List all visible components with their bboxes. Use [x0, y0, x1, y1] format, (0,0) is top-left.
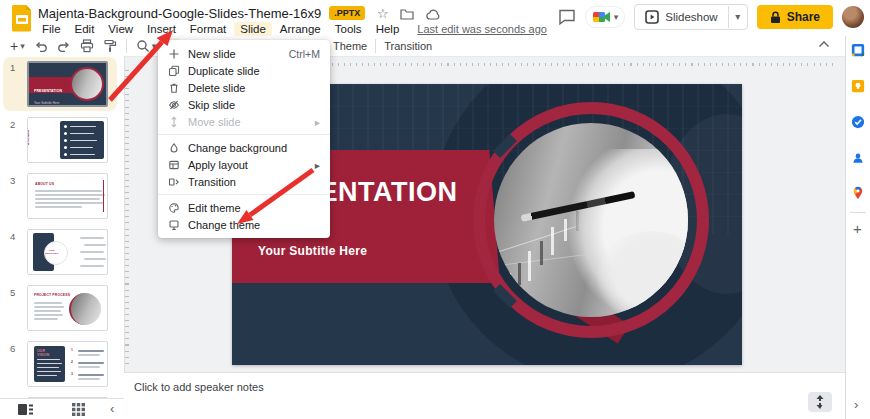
- toolbar-divider: [375, 39, 376, 53]
- menubar-item-slide[interactable]: Slide: [234, 22, 272, 36]
- slide-number: 2: [10, 119, 15, 130]
- edit-theme-icon: [168, 202, 180, 214]
- duplicate-slide-icon: [168, 65, 180, 77]
- thumb3-label: ABOUT US: [35, 182, 54, 186]
- slide-thumbnail-5[interactable]: PROJECT PROCESS: [27, 285, 108, 331]
- slideshow-dropdown-button[interactable]: ▾: [728, 6, 747, 28]
- collapse-filmstrip-icon[interactable]: ‹: [110, 401, 114, 416]
- submenu-arrow-icon: ▸: [315, 116, 320, 128]
- menubar-item-file[interactable]: File: [36, 22, 67, 36]
- menu-item-change-background[interactable]: Change background: [158, 139, 330, 156]
- menubar-item-help[interactable]: Help: [370, 22, 406, 36]
- print-button[interactable]: [80, 39, 94, 53]
- toolbar-divider: [126, 39, 127, 53]
- meet-icon: [592, 10, 611, 24]
- lock-icon: [770, 11, 781, 24]
- menu-item-duplicate-slide[interactable]: Duplicate slide: [158, 62, 330, 79]
- menubar-item-edit[interactable]: Edit: [69, 22, 101, 36]
- side-panel-rail: + ›: [845, 36, 870, 419]
- menu-divider: [158, 134, 330, 135]
- thumb6-label: OUR VISION: [37, 349, 54, 357]
- vertical-ruler: [125, 70, 129, 366]
- magnifier-icon: [136, 39, 150, 53]
- slide-subtitle[interactable]: Your Subtitle Here: [258, 244, 367, 258]
- document-title-text[interactable]: Majenta-Background-Google-Slides-Theme-1…: [38, 6, 321, 21]
- google-calendar-icon[interactable]: [851, 43, 865, 57]
- menubar-item-arrange[interactable]: Arrange: [274, 22, 327, 36]
- header: Majenta-Background-Google-Slides-Theme-1…: [0, 0, 870, 36]
- thumb2-label: AGENDA: [27, 130, 30, 145]
- add-addon-icon[interactable]: +: [853, 220, 862, 237]
- menu-divider: [158, 194, 330, 195]
- transition-button[interactable]: Transition: [384, 40, 432, 52]
- menu-item-apply-layout[interactable]: Apply layout ▸: [158, 156, 330, 173]
- new-slide-button[interactable]: + ▾: [10, 38, 25, 54]
- filmstrip-bottom-bar: ‹: [0, 398, 124, 419]
- cloud-status-icon[interactable]: [426, 9, 441, 20]
- slide-thumbnail-6[interactable]: OUR VISION 1 2 3: [27, 341, 108, 387]
- grid-view-icon[interactable]: [72, 403, 85, 416]
- meet-button[interactable]: ▾: [585, 6, 626, 28]
- slide-thumbnail-1[interactable]: PRESENTATION TITLE Your Subtitle Here: [27, 61, 108, 107]
- menubar-item-tools[interactable]: Tools: [329, 22, 368, 36]
- zoom-button[interactable]: ▾: [136, 39, 157, 53]
- last-edit-link[interactable]: Last edit was seconds ago: [417, 23, 547, 35]
- thumb5-label: PROJECT PROCESS: [34, 293, 70, 297]
- slide-thumbnail-3[interactable]: ABOUT US: [27, 173, 108, 219]
- slide-number: 1: [10, 62, 15, 73]
- slide-thumbnail-2[interactable]: AGENDA: [27, 117, 108, 163]
- menubar: File Edit View Insert Format Slide Arran…: [36, 21, 547, 36]
- menu-item-transition[interactable]: Transition: [158, 173, 330, 190]
- transition-icon: [168, 176, 180, 188]
- google-tasks-icon[interactable]: [851, 115, 865, 129]
- plus-icon: +: [10, 38, 18, 54]
- user-avatar[interactable]: [842, 6, 864, 28]
- menubar-item-insert[interactable]: Insert: [141, 22, 182, 36]
- toolbar-right: Theme Transition: [333, 37, 432, 55]
- google-maps-icon[interactable]: [851, 186, 865, 200]
- move-slide-icon: [168, 116, 180, 128]
- skip-slide-icon: [168, 99, 180, 111]
- redo-button[interactable]: [57, 40, 71, 53]
- menubar-item-view[interactable]: View: [102, 22, 139, 36]
- delete-slide-icon: [168, 82, 180, 94]
- menu-item-move-slide: Move slide ▸: [158, 113, 330, 130]
- header-actions: ▾ Slideshow ▾ Share: [558, 4, 864, 30]
- menu-item-edit-theme[interactable]: Edit theme: [158, 199, 330, 216]
- change-theme-icon: [168, 219, 180, 231]
- pptx-badge: .PPTX: [329, 6, 365, 20]
- slide-thumbnail-4[interactable]: OUR SERVICES: [27, 229, 108, 275]
- document-title[interactable]: Majenta-Background-Google-Slides-Theme-1…: [38, 6, 441, 21]
- thumb1-subtitle: Your Subtitle Here: [34, 102, 60, 105]
- theme-button[interactable]: Theme: [333, 40, 367, 52]
- star-icon[interactable]: ☆: [377, 6, 389, 21]
- undo-button[interactable]: [34, 40, 48, 53]
- slide-number: 6: [10, 343, 15, 354]
- slide-number: 5: [10, 287, 15, 298]
- move-to-folder-icon[interactable]: [400, 8, 414, 20]
- comment-history-icon[interactable]: [558, 9, 576, 25]
- notes-resize-button[interactable]: [808, 392, 832, 412]
- speaker-notes-panel[interactable]: Click to add speaker notes: [124, 372, 845, 419]
- slideshow-button[interactable]: Slideshow: [635, 10, 727, 24]
- hide-menus-icon[interactable]: [818, 40, 830, 48]
- share-button[interactable]: Share: [757, 5, 833, 29]
- apply-layout-icon: [168, 159, 180, 171]
- toolbar: + ▾ ▾ Theme: [0, 36, 845, 56]
- slideshow-button-group: Slideshow ▾: [634, 4, 747, 30]
- toolbar-left: + ▾ ▾: [10, 37, 180, 55]
- paint-format-button[interactable]: [103, 39, 117, 53]
- filmstrip-view-icon[interactable]: [18, 403, 33, 416]
- menu-item-new-slide[interactable]: New slide Ctrl+M: [158, 45, 330, 62]
- slide-number: 3: [10, 175, 15, 186]
- show-side-panel-icon[interactable]: ›: [854, 397, 858, 412]
- speaker-notes-placeholder[interactable]: Click to add speaker notes: [134, 381, 264, 393]
- menu-item-skip-slide[interactable]: Skip slide: [158, 96, 330, 113]
- menubar-item-format[interactable]: Format: [184, 22, 232, 36]
- google-slides-logo[interactable]: [11, 4, 33, 32]
- chevron-down-icon: ▾: [152, 41, 157, 51]
- google-contacts-icon[interactable]: [851, 151, 865, 165]
- menu-item-change-theme[interactable]: Change theme: [158, 216, 330, 233]
- menu-item-delete-slide[interactable]: Delete slide: [158, 79, 330, 96]
- google-keep-icon[interactable]: [851, 79, 865, 93]
